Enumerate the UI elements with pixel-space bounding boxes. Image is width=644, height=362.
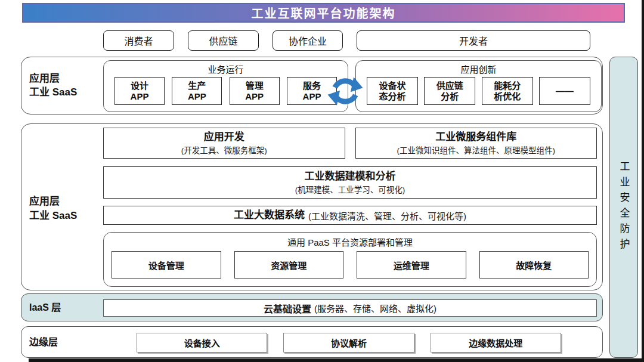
right-edge-line: [642, 0, 644, 362]
industrial-security-label: 工业安全防护: [617, 161, 631, 254]
actor-consumers: 消费者: [103, 30, 174, 51]
data-modeling-title: 工业数据建模和分析: [305, 170, 396, 182]
industrial-security-bar: 工业安全防护: [609, 57, 638, 358]
iaas-layer-section: IaaS 层 云基础设置 (服务器、存储、网络、虚拟化): [21, 293, 603, 321]
protocol-parsing-box: 协议解析: [283, 333, 414, 352]
actor-supply-chain: 供应链: [188, 30, 259, 51]
app-box-production: 生产 APP: [172, 77, 222, 105]
app-box-management: 管理 APP: [230, 77, 280, 105]
fault-recovery-box: 故障恢复: [479, 251, 589, 279]
app-box-device-status-analysis: 设备状 态分析: [367, 77, 418, 105]
app-development-box: 应用开发 (开发工具、微服务框架): [103, 128, 345, 159]
cloud-infrastructure-subtitle: (服务器、存储、网络、虚拟化): [314, 302, 436, 314]
paas-resource-mgmt-items: 设备管理 资源管理 运维管理 故障恢复: [104, 251, 596, 279]
platform-layer-section: 应用层 工业 SaaS 应用开发 (开发工具、微服务框架) 工业微服务组件库 (…: [21, 123, 603, 290]
architecture-diagram: 工业互联网平台功能架构 消费者 供应链 协作企业 开发者 应用层 工业 SaaS…: [0, 0, 644, 362]
edge-items-row: 设备接入 协议解析 边缘数据处理: [137, 333, 561, 352]
actor-developers: 开发者: [357, 30, 590, 51]
data-modeling-box: 工业数据建模和分析 (机理建模、工业学习、可视化): [103, 166, 597, 199]
edge-data-processing-box: 边缘数据处理: [431, 333, 561, 352]
platform-layer-label: 应用层 工业 SaaS: [29, 194, 77, 223]
ops-management-box: 运维管理: [357, 251, 466, 279]
cloud-infrastructure-title: 云基础设置: [264, 301, 311, 315]
app-box-supply-chain-analysis: 供应链 分析: [424, 77, 475, 105]
business-operation-group: 业务运行 设计 APP 生产 APP 管理 APP 服务 APP: [103, 60, 348, 112]
microservice-library-title: 工业微服务组件库: [435, 131, 516, 143]
business-operation-title: 业务运行: [104, 63, 348, 75]
paas-resource-mgmt-group: 通用 PaaS 平台资源部署和管理 设备管理 资源管理 运维管理 故障恢复: [103, 232, 597, 287]
app-box-design: 设计 APP: [114, 77, 165, 105]
big-data-system-subtitle: (工业数据清洗、管理、分析、可视化等): [308, 209, 466, 222]
saas-layer-section: 应用层 工业 SaaS 业务运行 设计 APP 生产 APP 管理 APP 服务…: [21, 57, 603, 115]
big-data-system-title: 工业大数据系统: [234, 209, 305, 221]
sync-icon: [326, 72, 364, 110]
innovation-apps-row: 设备状 态分析 供应链 分析 能耗分 析优化 ——: [356, 77, 601, 105]
actor-row: 消费者 供应链 协作企业 开发者: [103, 30, 590, 51]
microservice-library-subtitle: (工业微知识组件、算法组件、原理模型组件): [397, 144, 556, 156]
actor-partner-enterprises: 协作企业: [273, 30, 343, 51]
saas-layer-label: 应用层 工业 SaaS: [29, 72, 77, 100]
dev-and-lib-row: 应用开发 (开发工具、微服务框架) 工业微服务组件库 (工业微知识组件、算法组件…: [103, 128, 597, 159]
device-management-box: 设备管理: [112, 251, 221, 279]
edge-layer-label: 边缘层: [29, 335, 58, 348]
microservice-library-box: 工业微服务组件库 (工业微知识组件、算法组件、原理模型组件): [355, 128, 597, 159]
app-innovation-group: 应用创新 设备状 态分析 供应链 分析 能耗分 析优化 ——: [355, 60, 602, 112]
cloud-infrastructure-box: 云基础设置 (服务器、存储、网络、虚拟化): [103, 299, 597, 317]
edge-layer-section: 边缘层 设备接入 协议解析 边缘数据处理: [21, 326, 603, 358]
bottom-edge-bar: [29, 358, 644, 362]
big-data-system-box: 工业大数据系统 (工业数据清洗、管理、分析、可视化等): [103, 206, 597, 225]
resource-management-box: 资源管理: [234, 251, 344, 279]
page-title: 工业互联网平台功能架构: [22, 3, 625, 23]
app-development-title: 应用开发: [204, 131, 244, 143]
app-box-placeholder-dash: ——: [539, 77, 590, 105]
data-modeling-subtitle: (机理建模、工业学习、可视化): [295, 183, 405, 195]
app-box-energy-optimization: 能耗分 析优化: [482, 77, 533, 105]
app-innovation-title: 应用创新: [356, 63, 601, 75]
business-apps-row: 设计 APP 生产 APP 管理 APP 服务 APP: [104, 77, 348, 105]
paas-resource-mgmt-title: 通用 PaaS 平台资源部署和管理: [104, 236, 596, 248]
app-development-subtitle: (开发工具、微服务框架): [181, 144, 267, 156]
device-access-box: 设备接入: [137, 333, 267, 352]
iaas-layer-label: IaaS 层: [29, 301, 61, 314]
platform-layer-content: 应用开发 (开发工具、微服务框架) 工业微服务组件库 (工业微知识组件、算法组件…: [103, 128, 597, 287]
